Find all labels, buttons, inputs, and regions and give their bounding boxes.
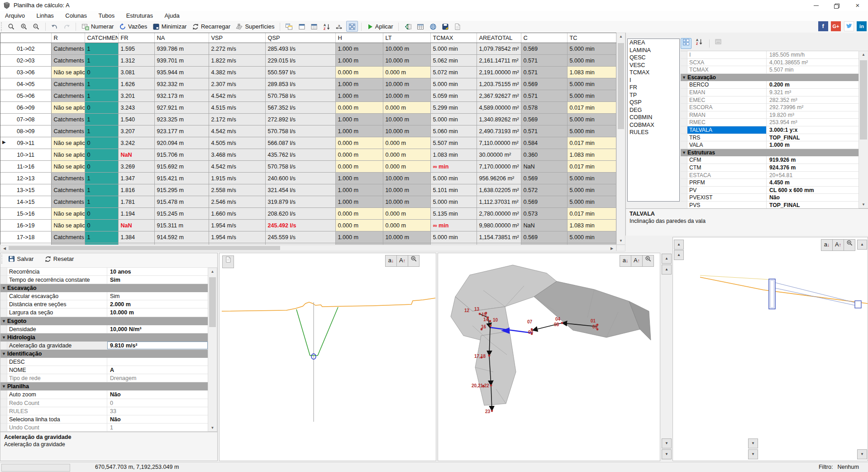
row-header[interactable]: 10->11 xyxy=(0,149,51,161)
table-export-button[interactable] xyxy=(415,21,426,32)
google-plus-icon[interactable]: G+ xyxy=(831,21,841,31)
row-header[interactable]: 08->09 xyxy=(0,125,51,137)
property-value[interactable]: Não xyxy=(767,194,858,201)
cell-area[interactable]: 7,110.00000 m² xyxy=(477,137,521,149)
property-value[interactable]: 919.926 m xyxy=(767,156,858,164)
scroll-down-button[interactable]: ▼ xyxy=(857,449,867,459)
cell-tc[interactable]: 5.000 min xyxy=(567,184,616,196)
property-row[interactable]: PVEXISTNão xyxy=(681,194,858,202)
property-category[interactable]: ▾Planilha xyxy=(0,382,208,390)
cell-qsp[interactable]: 289.853 l/s xyxy=(265,78,335,90)
cell-h[interactable]: 1.000 m xyxy=(335,43,383,55)
minimizar-button[interactable]: Minimizar xyxy=(151,21,189,32)
cell-tcmax[interactable]: 5.000 min xyxy=(430,114,477,125)
variable-list-item[interactable]: QSP xyxy=(628,99,679,106)
cell-lt[interactable]: 10.000 m xyxy=(383,173,430,184)
cell-tcmax[interactable]: 5.135 min xyxy=(430,208,477,220)
cell-r[interactable]: Catchments xyxy=(51,173,85,184)
cell-tcmax[interactable]: ∞ min xyxy=(430,161,477,173)
cell-qsp[interactable]: 566.087 l/s xyxy=(265,137,335,149)
cell-area[interactable]: 30.00000 m² xyxy=(477,149,521,161)
cell-lt[interactable]: 0.000 m xyxy=(383,208,430,220)
chevron-down-icon[interactable]: ▾ xyxy=(681,149,687,157)
column-header[interactable]: NA xyxy=(154,33,209,43)
cell-na[interactable]: 915.706 m xyxy=(154,149,209,161)
menu-linhas[interactable]: Linhas xyxy=(32,11,59,20)
column-header[interactable]: FR xyxy=(118,33,154,43)
cell-c[interactable]: 0.569 xyxy=(521,43,567,55)
property-row[interactable]: Seleciona linha todaNão xyxy=(0,415,208,424)
property-value[interactable]: 1 xyxy=(107,424,208,431)
property-value[interactable]: TOP_FINAL xyxy=(767,134,858,141)
label-size-up-button[interactable]: A↑ xyxy=(631,255,643,267)
variable-list-item[interactable]: TCMAX xyxy=(628,69,679,77)
vazoes-button[interactable]: Vazões xyxy=(117,21,149,32)
cell-lt[interactable]: 0.000 m xyxy=(383,161,430,173)
property-row[interactable]: EMEC282.352 m³ xyxy=(681,96,858,104)
variable-list-item[interactable]: AREA xyxy=(628,39,679,47)
cell-area[interactable]: 2,191.00000 m² xyxy=(477,67,521,78)
cell-na[interactable]: 914.592 m xyxy=(154,231,209,243)
cell-tcmax[interactable]: ∞ min xyxy=(430,220,477,231)
export-image-button[interactable] xyxy=(440,21,451,32)
twitter-icon[interactable] xyxy=(844,21,854,31)
property-value[interactable]: 253.954 m³ xyxy=(767,119,858,126)
property-value[interactable]: 0 xyxy=(107,399,208,407)
property-row[interactable]: VALA1.000 m xyxy=(681,141,858,149)
globe-button[interactable] xyxy=(428,21,439,32)
cell-vsp[interactable]: 1.822 m/s xyxy=(209,55,265,67)
property-value[interactable]: 19.820 m³ xyxy=(767,111,858,119)
property-value[interactable]: Sim xyxy=(107,276,208,284)
cell-tc[interactable]: 5.000 min xyxy=(567,90,616,102)
column-header[interactable]: TC xyxy=(567,33,616,43)
cell-area[interactable]: 956.96206 m² xyxy=(477,173,521,184)
cell-h[interactable]: 1.000 m xyxy=(335,196,383,208)
cell-lt[interactable]: 0.000 m xyxy=(383,67,430,78)
cell-h[interactable]: 0.000 m xyxy=(335,149,383,161)
column-header[interactable]: VSP xyxy=(209,33,265,43)
property-value[interactable]: 9.810 m/s² xyxy=(107,342,208,349)
grid-map-button[interactable] xyxy=(346,21,358,32)
zoom-extents-button[interactable] xyxy=(408,255,420,267)
cell-h[interactable]: 0.000 m xyxy=(335,102,383,114)
cell-tc[interactable]: 1.083 min xyxy=(567,149,616,161)
cell-r[interactable]: Não se aplica xyxy=(51,67,85,78)
chevron-down-icon[interactable]: ▾ xyxy=(0,317,7,325)
cell-vsp[interactable]: 1.915 m/s xyxy=(209,173,265,184)
cell-r[interactable]: Não se aplica xyxy=(51,208,85,220)
cell-r[interactable]: Catchments xyxy=(51,125,85,137)
cell-vsp[interactable]: 3.468 m/s xyxy=(209,149,265,161)
new-section-button[interactable] xyxy=(222,255,234,268)
cell-qsp[interactable]: 245.559 l/s xyxy=(265,231,335,243)
cell-r[interactable]: Não se aplica xyxy=(51,220,85,231)
copy-table-button[interactable] xyxy=(283,21,295,32)
property-value[interactable]: Sim xyxy=(107,292,208,300)
property-row[interactable]: BERCO0.200 m xyxy=(681,81,858,89)
cell-area[interactable]: 2,780.00000 m² xyxy=(477,208,521,220)
cell-c[interactable]: 0.569 xyxy=(521,78,567,90)
cell-area[interactable]: 1,112.37031 m² xyxy=(477,196,521,208)
property-row[interactable]: TCMAX5.507 min xyxy=(681,66,858,74)
property-row[interactable]: PRFM4.450 m xyxy=(681,179,858,187)
cell-catchment[interactable]: 0 xyxy=(85,67,118,78)
property-value[interactable]: 9.321 m³ xyxy=(767,89,858,96)
column-header[interactable]: TCMAX xyxy=(430,33,477,43)
scroll-up-icon[interactable]: ▲ xyxy=(859,53,868,57)
cell-na[interactable]: 915.311 m xyxy=(154,220,209,231)
cell-vsp[interactable]: 4.505 m/s xyxy=(209,137,265,149)
property-row[interactable]: RULES33 xyxy=(0,407,208,415)
window-columns-button[interactable] xyxy=(309,21,320,32)
cell-c[interactable]: 0.569 xyxy=(521,114,567,125)
property-value[interactable]: 5.507 min xyxy=(767,66,858,73)
cell-c[interactable]: NaN xyxy=(521,161,567,173)
property-row[interactable]: CFM919.926 m xyxy=(681,156,858,164)
cell-lt[interactable]: 10.000 m xyxy=(383,231,430,243)
superficies-button[interactable]: Superfícies xyxy=(234,21,276,32)
plan-view[interactable]: 12131514101607090408010317,1820,21,2223 … xyxy=(438,253,660,461)
property-value[interactable]: Não xyxy=(107,390,208,398)
property-row[interactable]: Distância entre seções2.000 m xyxy=(0,300,208,308)
cell-catchment[interactable]: 1 xyxy=(85,114,118,125)
property-row[interactable]: Redo Count0 xyxy=(0,399,208,407)
cell-fr[interactable]: 3.269 xyxy=(118,161,154,173)
row-header[interactable]: 07->08 xyxy=(0,114,51,125)
